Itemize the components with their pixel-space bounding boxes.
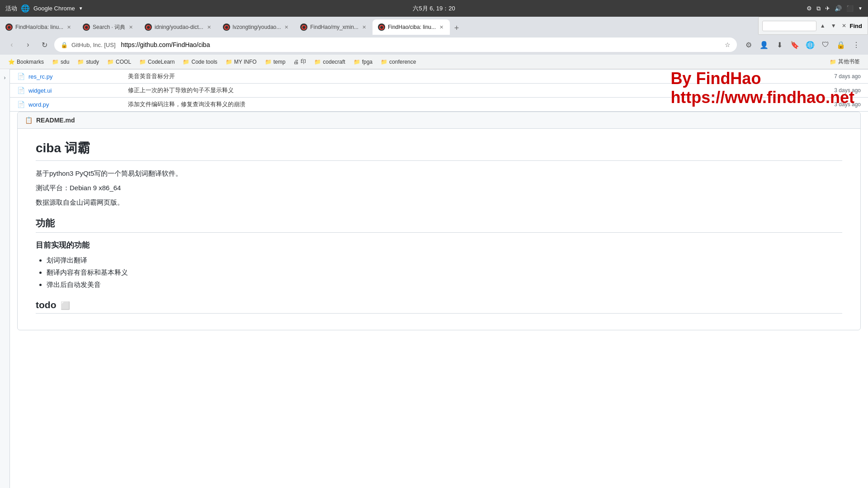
bookmark-study-icon: 📁 [77,59,84,65]
sys-icon-4[interactable]: 🔊 [835,5,842,12]
bookmark-bookmarks[interactable]: ⭐ Bookmarks [5,57,47,66]
tab-4[interactable]: ⭕ lvzongting/youdao... ✕ [217,19,295,35]
lock-icon: 🔒 [61,42,68,48]
more-button[interactable]: ⋮ [850,38,863,51]
file-icon: 📄 [17,87,25,94]
tab-5[interactable]: ⭕ FindHao/my_xmin... ✕ [295,19,373,35]
readme-features-heading: 功能 [36,217,842,233]
file-name-widget[interactable]: widget.ui [28,87,128,94]
tab-5-favicon: ⭕ [300,23,307,31]
tab-5-title: FindHao/my_xmin... [310,24,359,30]
reload-button[interactable]: ↻ [38,38,51,51]
bookmarks-bar: ⭐ Bookmarks 📁 sdu 📁 study 📁 COOL 📁 CodeL… [0,55,868,69]
bookmark-icon[interactable]: 🔖 [788,38,801,51]
table-row: 📄 word.py 添加文件编码注释，修复查询没有释义的崩溃 3 days ag… [10,97,868,111]
system-bar: 活动 🌐 Google Chrome ▼ 六5月 6, 19：20 ⚙ ⧉ ✈ … [0,0,868,17]
bookmark-cool-label: COOL [116,59,131,65]
main-content: 📄 res_rc.py 美音英音音标分开 7 days ago 📄 widget… [10,69,868,488]
find-next-button[interactable]: ▼ [829,22,838,30]
bookmark-sdu-label: sdu [61,59,69,65]
bookmark-star-icon[interactable]: ☆ [725,41,731,48]
tab-2-close[interactable]: ✕ [128,23,134,31]
bookmark-temp[interactable]: 📁 temp [261,57,289,66]
tab-3[interactable]: ⭕ idning/youdao-dict... ✕ [139,19,217,35]
tab-1-favicon: ⭕ [5,23,13,31]
bookmark-other[interactable]: 📁 其他书签 [826,56,863,67]
cursor-icon: ⬜ [61,301,70,310]
readme-platform-label: 测试平台： [36,184,70,192]
bookmark-fpga-label: fpga [362,59,373,65]
bookmark-fpga-icon: 📁 [354,59,360,65]
tab-6[interactable]: ⭕ FindHao/ciba: linu... ✕ [373,19,450,35]
bookmark-sdu-icon: 📁 [52,59,59,65]
bookmark-fpga[interactable]: 📁 fpga [350,57,376,66]
bookmark-myinfo[interactable]: 📁 MY INFO [222,57,260,66]
readme-body: ciba 词霸 基于python3 PyQt5写的一个简易划词翻译软件。 测试平… [18,129,860,330]
activities-label[interactable]: 活动 [5,5,17,13]
bookmark-codecraft-label: codecraft [323,59,345,65]
back-button[interactable]: ‹ [5,38,18,51]
address-url: https://github.com/FindHao/ciba [121,41,721,48]
bookmark-codetools-icon: 📁 [183,59,189,65]
bookmark-codecraft-icon: 📁 [314,59,321,65]
find-prev-button[interactable]: ▲ [818,22,827,30]
find-input[interactable] [762,21,816,31]
readme-features-sub: 目前实现的功能 [36,240,842,250]
profile-icon[interactable]: 👤 [758,38,770,51]
tab-5-close[interactable]: ✕ [361,23,367,31]
file-name-res[interactable]: res_rc.py [28,73,128,80]
address-company: GitHub, Inc. [US] [71,42,116,48]
file-time-widget: 3 days ago [834,87,861,94]
bookmark-myinfo-icon: 📁 [226,59,232,65]
sys-icon-1[interactable]: ⚙ [807,5,812,12]
forward-button[interactable]: › [22,38,34,51]
file-desc-widget: 修正上一次的补丁导致的句子不显示释义 [128,86,827,94]
tab-bar: ⭕ FindHao/ciba: linu... ✕ ⭕ Search · 词典 … [0,17,868,35]
file-name-word[interactable]: word.py [28,101,128,108]
table-row: 📄 res_rc.py 美音英音音标分开 7 days ago [10,69,868,83]
tab-4-close[interactable]: ✕ [283,23,289,31]
tab-6-close[interactable]: ✕ [439,23,444,31]
tab-2[interactable]: ⭕ Search · 词典 ✕ [77,19,139,35]
bookmark-study[interactable]: 📁 study [74,57,103,66]
readme-todo-heading: todo ⬜ [36,300,842,314]
bookmark-codecraft[interactable]: 📁 codecraft [311,57,349,66]
tab-1[interactable]: ⭕ FindHao/ciba: linu... ✕ [0,19,77,35]
sys-icon-6[interactable]: ▼ [858,6,863,11]
address-input-wrap[interactable]: 🔒 GitHub, Inc. [US] https://github.com/F… [54,38,737,52]
bookmark-codetools[interactable]: 📁 Code tools [179,57,221,66]
tab-3-favicon: ⭕ [145,23,152,31]
bookmark-conference[interactable]: 📁 conference [377,57,420,66]
bookmark-other-icon: 📁 [830,59,836,65]
new-tab-button[interactable]: + [450,21,463,35]
tab-6-title: FindHao/ciba: linu... [388,24,436,30]
translate-icon[interactable]: 🌐 [804,38,816,51]
browser-name-label[interactable]: Google Chrome [33,5,75,12]
vpn-icon[interactable]: 🔒 [835,38,847,51]
bookmark-bookmarks-label: Bookmarks [17,59,44,65]
tab-4-title: lvzongting/youdao... [233,24,281,30]
bookmark-print[interactable]: 🖨 印 [290,56,310,67]
readme-title: ciba 词霸 [36,140,842,161]
bookmark-cool[interactable]: 📁 COOL [104,57,135,66]
find-bar: ▲ ▼ ✕ Find [758,17,868,35]
tab-2-title: Search · 词典 [93,23,125,31]
readme-container: 📋 README.md ciba 词霸 基于python3 PyQt5写的一个简… [17,112,861,330]
bookmark-temp-icon: 📁 [265,59,272,65]
adblock-icon[interactable]: 🛡 [819,38,832,51]
file-desc-word: 添加文件编码注释，修复查询没有释义的崩溃 [128,100,827,108]
find-close-button[interactable]: ✕ [840,22,848,30]
system-bar-right: ⚙ ⧉ ✈ 🔊 ⬛ ▼ [807,5,863,12]
sys-icon-3[interactable]: ✈ [825,5,830,12]
bookmark-sdu[interactable]: 📁 sdu [48,57,73,66]
bookmark-codelearn[interactable]: 📁 CodeLearn [136,57,178,66]
tab-1-close[interactable]: ✕ [66,23,72,31]
tab-3-close[interactable]: ✕ [206,23,212,31]
sidebar-toggle-button[interactable]: › [0,73,10,83]
extensions-icon[interactable]: ⚙ [742,38,755,51]
sys-icon-2[interactable]: ⧉ [816,5,821,12]
sys-icon-5[interactable]: ⬛ [846,5,854,12]
download-icon[interactable]: ⬇ [773,38,786,51]
readme-intro: 基于python3 PyQt5写的一个简易划词翻译软件。 [36,168,842,179]
browser-dropdown-icon[interactable]: ▼ [79,6,83,11]
